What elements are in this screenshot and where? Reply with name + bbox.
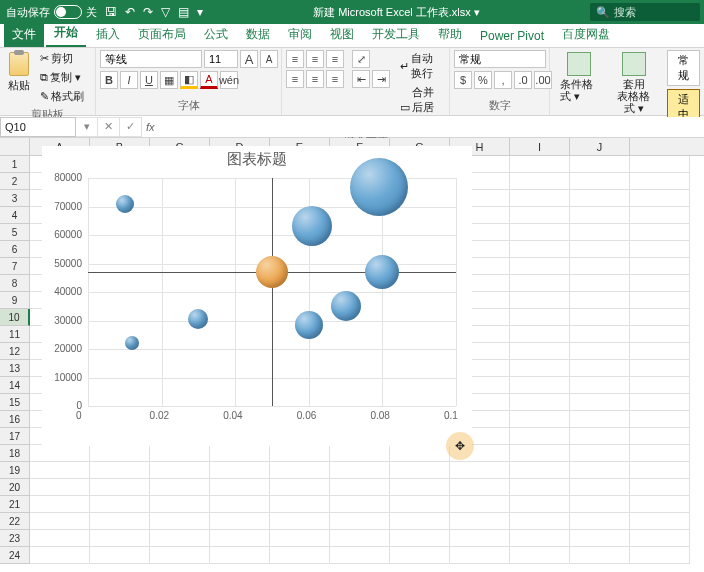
row-header[interactable]: 12 <box>0 343 30 360</box>
row-header[interactable]: 8 <box>0 275 30 292</box>
orientation-button[interactable]: ⤢ <box>352 50 370 68</box>
tab-data[interactable]: 数据 <box>238 22 278 47</box>
align-left-button[interactable]: ≡ <box>286 70 304 88</box>
autosave-toggle[interactable]: 自动保存 关 <box>6 5 97 20</box>
tab-insert[interactable]: 插入 <box>88 22 128 47</box>
redo-icon[interactable]: ↷ <box>143 5 153 19</box>
row-header[interactable]: 2 <box>0 173 30 190</box>
row-header[interactable]: 1 <box>0 156 30 173</box>
tab-formulas[interactable]: 公式 <box>196 22 236 47</box>
phonetic-button[interactable]: wén <box>220 71 238 89</box>
font-color-button[interactable]: A <box>200 71 218 89</box>
cell-style-normal[interactable]: 常规 <box>667 50 700 86</box>
bubble-point[interactable] <box>365 255 399 289</box>
conditional-formatting-button[interactable]: 条件格式 ▾ <box>554 50 605 104</box>
cancel-fx-button[interactable]: ✕ <box>98 117 120 137</box>
x-tick-label: 0.08 <box>370 410 389 421</box>
row-header[interactable]: 24 <box>0 547 30 564</box>
tab-power-pivot[interactable]: Power Pivot <box>472 25 552 47</box>
increase-indent-button[interactable]: ⇥ <box>372 70 390 88</box>
chart-title[interactable]: 图表标题 <box>42 146 472 173</box>
row-header[interactable]: 13 <box>0 360 30 377</box>
align-top-button[interactable]: ≡ <box>286 50 304 68</box>
align-middle-button[interactable]: ≡ <box>306 50 324 68</box>
tab-help[interactable]: 帮助 <box>430 22 470 47</box>
row-header[interactable]: 19 <box>0 462 30 479</box>
align-right-button[interactable]: ≡ <box>326 70 344 88</box>
tab-baidu-disk[interactable]: 百度网盘 <box>554 22 618 47</box>
fx-icon[interactable]: fx <box>146 121 155 133</box>
row-header[interactable]: 14 <box>0 377 30 394</box>
tab-file[interactable]: 文件 <box>4 22 44 47</box>
fill-color-button[interactable]: ◧ <box>180 71 198 89</box>
grow-font-button[interactable]: A <box>240 50 258 68</box>
wrap-text-button[interactable]: ↵自动换行 <box>398 50 445 82</box>
bubble-point[interactable] <box>116 195 134 213</box>
plot-area[interactable]: 0100002000030000400005000060000700008000… <box>88 178 456 406</box>
worksheet-grid[interactable]: A B C D E F G H I J 12345678910111213141… <box>0 138 704 572</box>
tab-review[interactable]: 审阅 <box>280 22 320 47</box>
copy-icon: ⧉ <box>40 71 48 84</box>
row-header[interactable]: 18 <box>0 445 30 462</box>
tab-developer[interactable]: 开发工具 <box>364 22 428 47</box>
format-painter-button[interactable]: ✎格式刷 <box>38 88 86 105</box>
bubble-point[interactable] <box>188 309 208 329</box>
touch-icon[interactable]: ▤ <box>178 5 189 19</box>
row-header[interactable]: 20 <box>0 479 30 496</box>
col-header[interactable]: J <box>570 138 630 155</box>
row-header[interactable]: 17 <box>0 428 30 445</box>
col-header[interactable]: I <box>510 138 570 155</box>
decrease-indent-button[interactable]: ⇤ <box>352 70 370 88</box>
row-header[interactable]: 5 <box>0 224 30 241</box>
bubble-point[interactable] <box>350 158 408 216</box>
save-icon[interactable]: 🖫 <box>105 5 117 19</box>
bold-button[interactable]: B <box>100 71 118 89</box>
name-box[interactable]: Q10 <box>0 117 76 137</box>
comma-button[interactable]: , <box>494 71 512 89</box>
row-header[interactable]: 7 <box>0 258 30 275</box>
row-header[interactable]: 22 <box>0 513 30 530</box>
percent-button[interactable]: % <box>474 71 492 89</box>
row-header[interactable]: 16 <box>0 411 30 428</box>
enter-fx-button[interactable]: ✓ <box>120 117 142 137</box>
select-all-corner[interactable] <box>0 138 30 155</box>
tab-home[interactable]: 开始 <box>46 20 86 47</box>
number-format-select[interactable] <box>454 50 546 68</box>
paste-button[interactable]: 粘贴 <box>4 50 34 95</box>
align-bottom-button[interactable]: ≡ <box>326 50 344 68</box>
increase-decimal-button[interactable]: .0 <box>514 71 532 89</box>
bubble-point[interactable] <box>331 291 361 321</box>
formula-input[interactable] <box>155 117 704 137</box>
italic-button[interactable]: I <box>120 71 138 89</box>
underline-button[interactable]: U <box>140 71 158 89</box>
search-placeholder: 搜索 <box>614 5 636 20</box>
format-as-table-button[interactable]: 套用 表格格式 ▾ <box>609 50 660 116</box>
row-header[interactable]: 23 <box>0 530 30 547</box>
row-header[interactable]: 15 <box>0 394 30 411</box>
align-center-button[interactable]: ≡ <box>306 70 324 88</box>
shrink-font-button[interactable]: A <box>260 50 278 68</box>
undo-icon[interactable]: ↶ <box>125 5 135 19</box>
font-name-select[interactable] <box>100 50 202 68</box>
copy-button[interactable]: ⧉复制 ▾ <box>38 69 86 86</box>
row-header[interactable]: 10 <box>0 309 30 326</box>
font-size-select[interactable] <box>204 50 238 68</box>
row-header[interactable]: 3 <box>0 190 30 207</box>
borders-button[interactable]: ▦ <box>160 71 178 89</box>
bubble-point[interactable] <box>256 256 288 288</box>
row-header[interactable]: 4 <box>0 207 30 224</box>
filter-icon[interactable]: ▽ <box>161 5 170 19</box>
cut-button[interactable]: ✂剪切 <box>38 50 86 67</box>
currency-button[interactable]: $ <box>454 71 472 89</box>
name-box-dropdown[interactable]: ▾ <box>76 117 98 137</box>
row-header[interactable]: 6 <box>0 241 30 258</box>
bubble-point[interactable] <box>292 206 332 246</box>
embedded-chart[interactable]: 图表标题 01000020000300004000050000600007000… <box>42 146 472 446</box>
row-header[interactable]: 9 <box>0 292 30 309</box>
tab-view[interactable]: 视图 <box>322 22 362 47</box>
bubble-point[interactable] <box>295 311 323 339</box>
row-header[interactable]: 21 <box>0 496 30 513</box>
search-input[interactable]: 🔍 搜索 <box>590 3 700 21</box>
tab-page-layout[interactable]: 页面布局 <box>130 22 194 47</box>
row-header[interactable]: 11 <box>0 326 30 343</box>
